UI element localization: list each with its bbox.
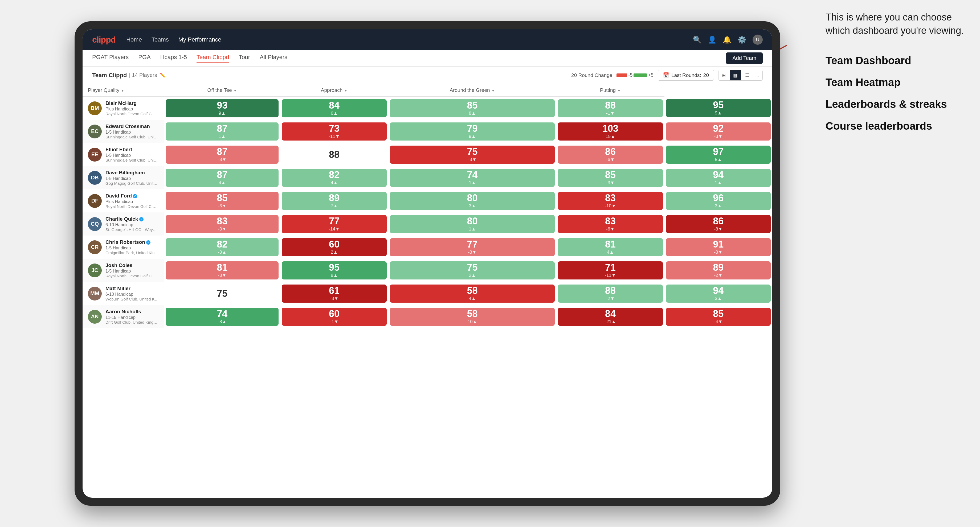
player-info: AN Aaron Nicholls 11-15 Handicap Drift G…	[88, 309, 159, 324]
score-value: 91	[713, 240, 724, 249]
score-value: 77	[467, 240, 478, 249]
option-team-heatmap: Team Heatmap	[826, 75, 964, 89]
player-cell-8[interactable]: MM Matt Miller 6-10 Handicap Woburn Golf…	[83, 282, 164, 305]
score-cell-2-0: 87 -3▼	[164, 143, 280, 166]
sort-arrow-0[interactable]: ▼	[121, 88, 125, 93]
score-cell-4-1: 89 7▲	[280, 189, 388, 213]
player-details: Edward Crossman 1-5 Handicap Sunningdale…	[105, 124, 159, 139]
player-details: Blair McHarg Plus Handicap Royal North D…	[105, 100, 159, 116]
table-row: EE Elliot Ebert 1-5 Handicap Sunningdale…	[83, 143, 772, 166]
score-value: 85	[217, 193, 228, 203]
score-box: 75 -3▼	[390, 146, 555, 163]
pos-label: +5	[648, 72, 654, 78]
subnav-hcaps[interactable]: Hcaps 1-5	[160, 54, 187, 62]
sort-arrow-3[interactable]: ▼	[492, 88, 495, 93]
score-value: 85	[467, 101, 478, 110]
score-cell-9-4: 85 -4▼	[664, 305, 772, 328]
score-value: 71	[605, 263, 616, 272]
subnav-pga[interactable]: PGA	[138, 54, 151, 62]
search-icon[interactable]: 🔍	[693, 36, 702, 44]
player-cell-1[interactable]: EC Edward Crossman 1-5 Handicap Sunningd…	[83, 120, 164, 143]
subnav-pgat[interactable]: PGAT Players	[92, 54, 129, 62]
subnav-team-clippd[interactable]: Team Clippd	[197, 54, 229, 62]
sort-arrow-1[interactable]: ▼	[233, 88, 237, 93]
score-value: 88	[605, 286, 616, 295]
last-rounds-value: 20	[703, 72, 709, 78]
player-club: Royal North Devon Golf Club, United King…	[105, 204, 159, 209]
score-cell-2-1: 88	[280, 143, 388, 166]
score-box: 74 -8▲	[165, 308, 278, 326]
last-rounds-button[interactable]: 📅 Last Rounds: 20	[658, 70, 714, 81]
score-value: 81	[217, 263, 228, 272]
heatmap-view-button[interactable]: ▦	[730, 70, 741, 80]
player-cell-3[interactable]: DB Dave Billingham 1-5 Handicap Gog Mago…	[83, 166, 164, 189]
score-box: 84 6▲	[282, 99, 387, 117]
score-change: 4▲	[607, 250, 614, 255]
score-value: 87	[217, 170, 228, 179]
player-cell-4[interactable]: DF David Ford✓ Plus Handicap Royal North…	[83, 189, 164, 213]
score-value: 103	[602, 124, 618, 133]
score-change: -3▼	[218, 273, 226, 278]
last-rounds-label: Last Rounds:	[671, 72, 701, 78]
score-box: 87 1▲	[165, 122, 278, 141]
player-avatar: DB	[88, 171, 102, 185]
score-cell-8-4: 94 3▲	[664, 282, 772, 305]
score-value: 86	[713, 216, 724, 226]
score-change: 2▲	[469, 273, 476, 278]
player-cell-9[interactable]: AN Aaron Nicholls 11-15 Handicap Drift G…	[83, 305, 164, 328]
player-cell-6[interactable]: CR Chris Robertson✓ 1-5 Handicap Craigmi…	[83, 236, 164, 259]
filter-controls: 20 Round Change -5 +5 📅 Last Rounds: 20 …	[571, 70, 763, 81]
score-change: -3▼	[714, 250, 722, 255]
player-handicap: 1-5 Handicap	[105, 269, 159, 274]
sort-arrow-4[interactable]: ▼	[617, 88, 621, 93]
grid-view-button[interactable]: ⊞	[719, 70, 729, 80]
score-value: 95	[329, 263, 339, 272]
score-value: 87	[217, 147, 228, 157]
settings-icon[interactable]: ⚙️	[738, 36, 746, 44]
sort-arrow-2[interactable]: ▼	[344, 88, 347, 93]
player-club: Gog Magog Golf Club, United Kingdom	[105, 181, 159, 186]
avatar[interactable]: U	[752, 35, 763, 45]
nav-home[interactable]: Home	[126, 36, 142, 43]
score-value: 73	[329, 124, 339, 133]
score-cell-4-3: 83 -10▼	[556, 189, 664, 213]
score-change: 6▲	[331, 111, 338, 116]
player-cell-5[interactable]: CQ Charlie Quick✓ 6-10 Handicap St. Geor…	[83, 213, 164, 236]
player-avatar: EC	[88, 125, 102, 138]
nav-my-performance[interactable]: My Performance	[178, 36, 221, 43]
subnav-all-players[interactable]: All Players	[259, 54, 287, 62]
score-change: -6▼	[606, 157, 615, 162]
subnav-tour[interactable]: Tour	[239, 54, 250, 62]
score-cell-5-2: 80 1▲	[388, 213, 557, 236]
bell-icon[interactable]: 🔔	[723, 36, 731, 44]
player-cell-0[interactable]: BM Blair McHarg Plus Handicap Royal Nort…	[83, 97, 164, 120]
score-box: 87 4▲	[165, 169, 278, 187]
score-box: 85 -4▼	[666, 308, 771, 326]
player-name: Elliot Ebert	[105, 147, 159, 152]
score-box: 80 1▲	[390, 215, 555, 233]
score-change: 4▲	[331, 180, 338, 186]
download-button[interactable]: ↓	[754, 70, 762, 80]
score-value: 74	[217, 309, 228, 319]
score-cell-6-1: 60 2▲	[280, 236, 388, 259]
score-cell-1-1: 73 -11▼	[280, 120, 388, 143]
user-icon[interactable]: 👤	[708, 36, 716, 44]
score-cell-5-0: 83 -3▼	[164, 213, 280, 236]
player-club: Drift Golf Club, United Kingdom	[105, 320, 159, 324]
add-team-button[interactable]: Add Team	[726, 52, 763, 64]
col-around-green: Around the Green ▼	[388, 84, 557, 97]
score-value: 89	[329, 193, 339, 203]
nav-teams[interactable]: Teams	[151, 36, 169, 43]
player-cell-2[interactable]: EE Elliot Ebert 1-5 Handicap Sunningdale…	[83, 143, 164, 166]
score-change: 1▲	[219, 134, 226, 139]
view-icons: ⊞ ▦ ☰ ↓	[718, 70, 763, 81]
player-avatar: DF	[88, 194, 102, 208]
table-row: CQ Charlie Quick✓ 6-10 Handicap St. Geor…	[83, 213, 772, 236]
player-cell-7[interactable]: JC Josh Coles 1-5 Handicap Royal North D…	[83, 259, 164, 282]
dashboard-options: Team Dashboard Team Heatmap Leaderboards…	[826, 54, 964, 133]
list-view-button[interactable]: ☰	[742, 70, 752, 80]
score-box: 83 -10▼	[558, 192, 663, 210]
edit-icon[interactable]: ✏️	[160, 72, 165, 78]
score-cell-9-0: 74 -8▲	[164, 305, 280, 328]
player-details: Aaron Nicholls 11-15 Handicap Drift Golf…	[105, 309, 159, 324]
